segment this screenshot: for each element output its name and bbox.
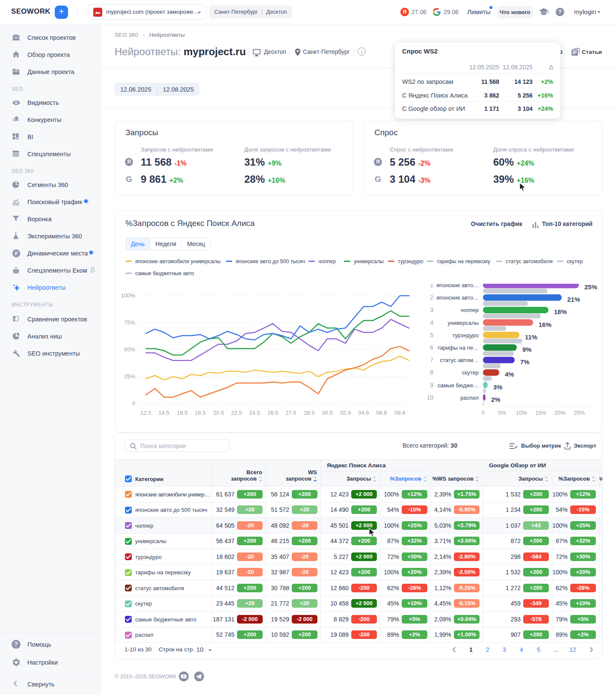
svg-text:14.5: 14.5: [158, 410, 169, 416]
svg-text:3%: 3%: [493, 383, 503, 391]
svg-text:3: 3: [430, 306, 433, 313]
svg-text:4: 4: [430, 319, 433, 326]
svg-text:22.5: 22.5: [231, 410, 242, 416]
svg-text:04.6: 04.6: [358, 410, 369, 416]
svg-text:1: 1: [430, 284, 433, 288]
svg-text:27.5: 27.5: [285, 410, 296, 416]
svg-text:30.5: 30.5: [322, 410, 332, 416]
svg-text:75%: 75%: [124, 319, 135, 326]
svg-text:0: 0: [481, 410, 484, 416]
svg-text:6: 6: [430, 344, 433, 351]
svg-text:20%: 20%: [554, 410, 566, 416]
svg-text:25%: 25%: [574, 410, 585, 416]
svg-text:8: 8: [430, 369, 433, 376]
svg-text:26.5: 26.5: [267, 410, 278, 416]
svg-text:статус автом…: статус автом…: [440, 357, 479, 363]
svg-text:распил: распил: [460, 395, 479, 401]
svg-text:16%: 16%: [539, 321, 551, 328]
svg-text:7%: 7%: [520, 358, 530, 365]
svg-text:12.5: 12.5: [140, 410, 151, 416]
svg-text:скутер: скутер: [462, 369, 479, 376]
svg-text:16.5: 16.5: [177, 410, 187, 416]
svg-text:11%: 11%: [525, 333, 537, 341]
svg-text:5%: 5%: [498, 410, 506, 416]
svg-text:20.5: 20.5: [213, 410, 224, 416]
svg-text:2%: 2%: [491, 396, 500, 403]
svg-text:тарифы на пе…: тарифы на пе…: [438, 345, 479, 351]
svg-text:10%: 10%: [516, 410, 527, 416]
svg-text:18%: 18%: [554, 308, 567, 315]
svg-text:100%: 100%: [121, 292, 136, 299]
svg-text:0: 0: [132, 400, 135, 407]
svg-text:25%: 25%: [584, 284, 597, 291]
svg-text:06.6: 06.6: [376, 410, 387, 416]
svg-text:15%: 15%: [535, 410, 546, 416]
svg-text:4%: 4%: [505, 371, 514, 378]
svg-text:21%: 21%: [567, 296, 580, 303]
svg-text:самые бюдже…: самые бюдже…: [438, 382, 479, 389]
svg-text:28.5: 28.5: [304, 410, 314, 416]
svg-text:турэндуро: турэндуро: [452, 332, 479, 339]
svg-text:чоппер: чоппер: [460, 307, 479, 313]
svg-text:7: 7: [430, 356, 433, 363]
svg-text:24.5: 24.5: [249, 410, 260, 416]
svg-text:японские авто…: японские авто…: [436, 284, 479, 288]
svg-text:9: 9: [430, 382, 433, 389]
svg-text:50%: 50%: [124, 346, 135, 353]
svg-text:25%: 25%: [124, 373, 135, 380]
svg-text:9%: 9%: [522, 346, 532, 353]
svg-text:5: 5: [430, 332, 433, 339]
svg-text:2: 2: [430, 294, 433, 301]
svg-text:18.5: 18.5: [195, 410, 205, 416]
svg-text:08.6: 08.6: [394, 410, 405, 416]
svg-text:универсалы: универсалы: [447, 320, 479, 326]
svg-text:02.6: 02.6: [340, 410, 351, 416]
svg-text:10: 10: [426, 394, 433, 401]
svg-text:японские авто…: японские авто…: [436, 294, 479, 301]
